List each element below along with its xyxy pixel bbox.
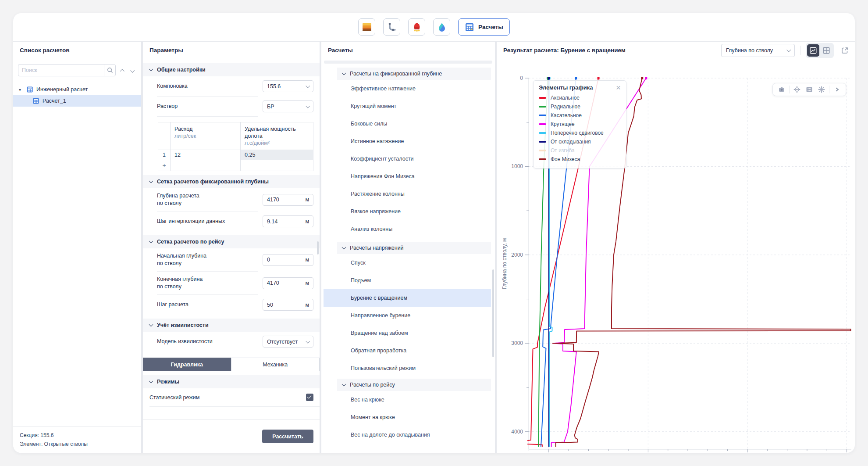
group-trip-calcs[interactable]: Расчеты по рейсу xyxy=(337,379,491,391)
calc-item[interactable]: Истинное натяжение xyxy=(321,133,495,150)
chevron-down-icon xyxy=(786,48,791,52)
layout-field-row: Компоновка 155.6 xyxy=(143,76,320,96)
fluid-field-row: Раствор БР xyxy=(143,97,320,116)
wellhead-button[interactable] xyxy=(408,18,425,36)
calc-item[interactable]: Коэффициент усталости xyxy=(321,150,495,168)
calc-item[interactable]: Анализ колонны xyxy=(321,220,495,238)
calc-item[interactable]: Подъем xyxy=(321,272,495,289)
table-view-button[interactable] xyxy=(820,44,832,57)
collapse-toolbar-button[interactable] xyxy=(831,83,843,96)
legend-list-icon xyxy=(806,86,813,93)
tree-item-calc-1[interactable]: Расчет_1 xyxy=(13,95,141,107)
chevron-down-icon xyxy=(342,71,346,75)
settings-button[interactable] xyxy=(815,83,828,96)
lithology-button[interactable] xyxy=(358,18,375,36)
group-stress-calcs[interactable]: Расчеты напряжений xyxy=(337,242,491,254)
calc-item[interactable]: Пользовательский режим xyxy=(321,359,495,377)
trajectory-icon xyxy=(387,22,397,32)
calc-item[interactable]: Момент на крюке xyxy=(321,409,495,426)
calculate-button[interactable]: Рассчитать xyxy=(262,430,313,443)
legend-toggle-button[interactable] xyxy=(803,83,815,96)
start-depth-input[interactable]: 0 м xyxy=(263,254,313,266)
parameters-scrollbar[interactable] xyxy=(317,241,319,255)
search-input[interactable] xyxy=(18,67,104,73)
crosshair-icon xyxy=(793,86,800,93)
start-depth-row: Начальная глубинапо стволу 0 м xyxy=(143,248,320,271)
calc-depth-input[interactable]: 4170 м xyxy=(263,194,313,206)
parameters-footer: Рассчитать xyxy=(143,419,320,453)
search-icon[interactable] xyxy=(104,65,115,76)
tab-mechanics[interactable]: Механика xyxy=(231,358,320,371)
legend-item-disabled[interactable]: От изгиба xyxy=(539,146,621,155)
chart-view-button[interactable] xyxy=(807,44,819,57)
calc-item[interactable]: Крутящий момент xyxy=(321,97,495,115)
divider xyxy=(800,46,800,55)
tortuosity-model-select[interactable]: Отсутствует xyxy=(263,336,313,348)
search-next-button[interactable] xyxy=(129,66,135,75)
calculator-icon xyxy=(32,97,39,104)
layout-label: Компоновка xyxy=(157,82,188,90)
interp-step-input[interactable]: 9.14 м xyxy=(263,215,313,227)
tree-expand-icon[interactable]: ▾ xyxy=(19,87,23,92)
calc-item[interactable]: Вязкое напряжение xyxy=(321,203,495,220)
calc-item[interactable]: Боковые силы xyxy=(321,115,495,133)
legend-item[interactable]: Радиальное xyxy=(539,102,621,111)
close-icon[interactable]: × xyxy=(616,85,621,91)
wellhead-icon xyxy=(412,22,422,32)
tab-hydraulics[interactable]: Гидравлика xyxy=(143,358,231,371)
legend-item[interactable]: Крутящее xyxy=(539,120,621,129)
legend-item[interactable]: Поперечно сдвиговое xyxy=(539,129,621,137)
section-modes[interactable]: Режимы xyxy=(143,375,320,388)
fluid-select[interactable]: БР xyxy=(263,100,313,112)
chevron-down-icon xyxy=(149,323,153,327)
calc-item[interactable]: Вес на крюке xyxy=(321,391,495,409)
fluid-button[interactable] xyxy=(433,18,450,36)
tree-item-engineering-calc[interactable]: ▾ Инженерный расчет xyxy=(13,84,141,95)
group-fixed-depth[interactable]: Расчеты на фиксированной глубине xyxy=(337,68,491,80)
calc-item[interactable]: Растяжение колонны xyxy=(321,185,495,203)
chevron-down-icon xyxy=(306,339,310,344)
calc-item[interactable]: Напряжения Фон Мизеса xyxy=(321,168,495,185)
calc-step-input[interactable]: 50 м xyxy=(263,299,313,311)
open-external-button[interactable] xyxy=(839,45,850,56)
chevron-down-icon xyxy=(342,382,346,387)
add-row-button[interactable]: + xyxy=(158,160,171,171)
calc-item[interactable]: Спуск xyxy=(321,254,495,272)
section-trip-grid[interactable]: Сетка расчетов по рейсу xyxy=(143,235,320,248)
flow-column-header: Расход литр/сек xyxy=(171,122,241,150)
search-row xyxy=(13,59,141,80)
calc-item[interactable]: Вес на долоте до складывания xyxy=(321,426,495,444)
trajectory-button[interactable] xyxy=(383,18,400,36)
calculations-scrollbar[interactable] xyxy=(492,269,494,357)
svg-text:4000: 4000 xyxy=(511,429,523,435)
section-tortuosity[interactable]: Учёт извилистости xyxy=(143,319,320,332)
legend-item[interactable]: Аксиальное xyxy=(539,93,621,102)
legend-item[interactable]: Касательное xyxy=(539,111,621,120)
external-link-icon xyxy=(841,47,849,54)
axis-select[interactable]: Глубина по стволу xyxy=(721,44,795,57)
power-cell[interactable]: 0.25 xyxy=(241,150,313,160)
tree-item-label: Расчет_1 xyxy=(43,98,66,104)
calc-item[interactable]: Эффективное натяжение xyxy=(321,80,495,97)
section-fixed-depth-grid[interactable]: Сетка расчетов фиксированной глубины xyxy=(143,175,320,188)
snapshot-button[interactable] xyxy=(776,83,788,96)
calculator-icon xyxy=(26,86,33,93)
calc-item[interactable]: Обратная проработка xyxy=(321,342,495,359)
legend-item[interactable]: От складывания xyxy=(539,137,621,146)
legend-item[interactable]: Фон Мизеса xyxy=(539,155,621,164)
layout-select[interactable]: 155.6 xyxy=(263,80,313,92)
search-prev-button[interactable] xyxy=(120,66,125,75)
divider xyxy=(829,86,829,93)
calc-item[interactable]: Вращение над забоем xyxy=(321,324,495,342)
fluid-label: Раствор xyxy=(157,103,178,110)
chevron-down-icon xyxy=(149,379,153,384)
flow-cell[interactable]: 12 xyxy=(171,150,241,160)
calculations-button[interactable]: Расчеты xyxy=(458,18,510,36)
section-general-settings[interactable]: Общие настройки xyxy=(143,63,320,76)
calc-item[interactable]: Направленное бурение xyxy=(321,307,495,324)
calc-item-selected[interactable]: Бурение с вращением xyxy=(324,289,491,307)
end-depth-input[interactable]: 4170 м xyxy=(263,277,313,289)
focus-button[interactable] xyxy=(791,83,803,96)
chart-toolbar xyxy=(772,83,846,96)
static-mode-checkbox[interactable] xyxy=(306,394,313,401)
